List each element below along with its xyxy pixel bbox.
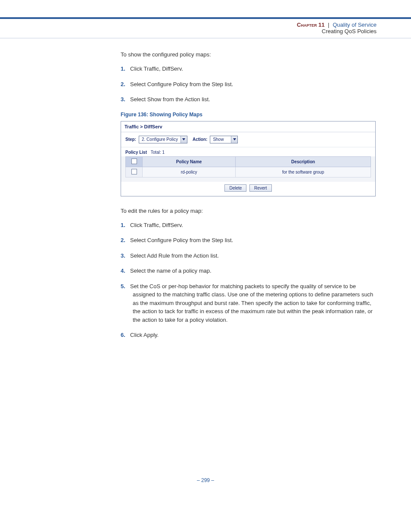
- table-row: rd-policy for the software group: [126, 167, 371, 177]
- step-item: Select the name of a policy map.: [130, 268, 212, 274]
- svg-marker-1: [233, 138, 236, 140]
- svg-marker-0: [182, 138, 185, 140]
- step-item: Click Apply.: [130, 332, 159, 338]
- figure-screenshot: Traffic > DiffServ Step: 2. Configure Po…: [121, 121, 376, 196]
- steps-show: 1.Click Traffic, DiffServ. 2.Select Conf…: [121, 65, 377, 104]
- figure-caption: Figure 136: Showing Policy Maps: [121, 112, 377, 118]
- step-item: Select Add Rule from the Action list.: [130, 252, 219, 259]
- step-label: Step:: [125, 137, 136, 142]
- policy-list-title: Policy List: [125, 150, 147, 155]
- action-select[interactable]: Show: [210, 136, 238, 143]
- revert-button[interactable]: Revert: [249, 184, 271, 192]
- chapter-label: Chapter 11: [297, 22, 324, 28]
- delete-button[interactable]: Delete: [224, 184, 246, 192]
- intro-show: To show the configured policy maps:: [121, 51, 377, 58]
- step-item: Select Configure Policy from the Step li…: [130, 237, 233, 243]
- page-number: – 299 –: [0, 477, 411, 496]
- cell-description: for the software group: [236, 167, 371, 177]
- action-label: Action:: [193, 137, 207, 142]
- chapter-title: Quality of Service: [333, 22, 377, 28]
- step-item: Select Configure Policy from the Step li…: [130, 81, 233, 87]
- col-policy-name: Policy Name: [143, 156, 236, 167]
- col-description: Description: [236, 156, 371, 167]
- row-checkbox[interactable]: [131, 169, 137, 174]
- step-item: Set the CoS or per-hop behavior for matc…: [130, 283, 373, 323]
- policy-table: Policy Name Description rd-policy for th…: [125, 156, 371, 177]
- cell-policy-name: rd-policy: [143, 167, 236, 177]
- step-item: Click Traffic, DiffServ.: [130, 65, 183, 72]
- step-select[interactable]: 2. Configure Policy: [139, 136, 187, 143]
- page-header: Chapter 11 | Quality of Service Creating…: [0, 19, 411, 38]
- chevron-down-icon: [231, 136, 237, 143]
- policy-list-total: Total: 1: [151, 150, 165, 155]
- steps-edit: 1.Click Traffic, DiffServ. 2.Select Conf…: [121, 221, 377, 339]
- chevron-down-icon: [181, 136, 187, 143]
- step-item: Select Show from the Action list.: [130, 96, 210, 103]
- step-select-value: 2. Configure Policy: [139, 136, 181, 143]
- breadcrumb: Traffic > DiffServ: [121, 121, 375, 132]
- select-all-checkbox[interactable]: [131, 159, 137, 164]
- intro-edit: To edit the rules for a policy map:: [121, 208, 377, 214]
- separator: |: [328, 22, 329, 28]
- action-select-value: Show: [210, 136, 231, 143]
- chapter-subtitle: Creating QoS Policies: [0, 28, 377, 34]
- step-item: Click Traffic, DiffServ.: [130, 222, 183, 228]
